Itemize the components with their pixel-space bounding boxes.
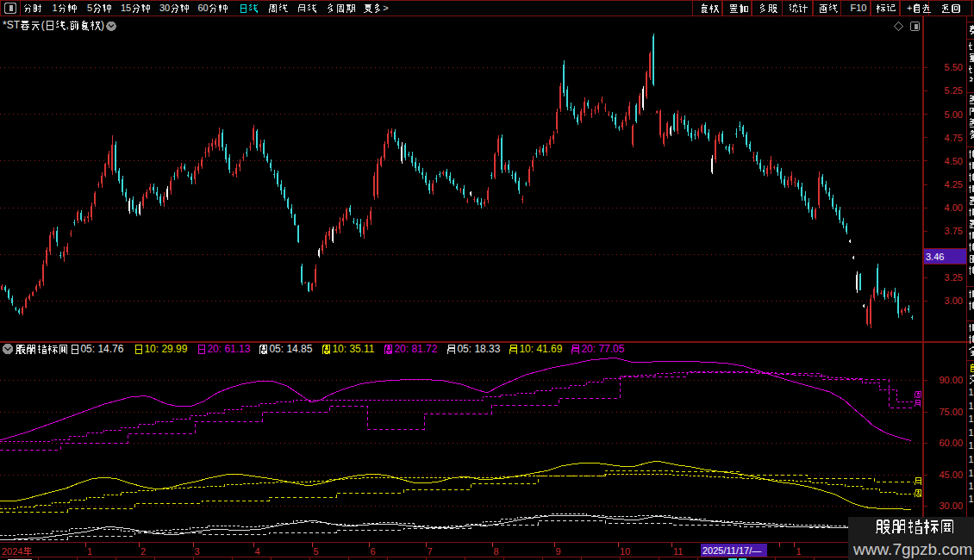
svg-text:4.50: 4.50 (945, 156, 963, 166)
svg-text:5: 5 (314, 546, 319, 557)
svg-text:5.00: 5.00 (945, 109, 963, 120)
svg-text:1: 1 (87, 546, 92, 557)
svg-text:(: ( (41, 19, 45, 31)
svg-text:4.00: 4.00 (945, 202, 963, 213)
svg-text:6: 6 (371, 546, 376, 557)
svg-text:60.00: 60.00 (939, 438, 963, 448)
svg-text:F10: F10 (851, 3, 867, 13)
svg-text:30: 30 (159, 3, 170, 13)
svg-text:1: 1 (53, 3, 58, 13)
svg-text:1: 1 (796, 546, 802, 557)
svg-text:2025/11/17/—: 2025/11/17/— (702, 545, 761, 556)
svg-text:3.75: 3.75 (945, 226, 963, 236)
svg-text:1: 1 (969, 468, 974, 478)
svg-text:3.00: 3.00 (945, 296, 963, 306)
svg-text:05: 14.76: 05: 14.76 (80, 343, 123, 355)
svg-text:90.00: 90.00 (939, 375, 963, 385)
svg-text:20: 81.72: 20: 81.72 (394, 343, 437, 355)
svg-text:+: + (907, 3, 912, 13)
svg-text:3.25: 3.25 (945, 272, 963, 283)
svg-text:05: 14.85: 05: 14.85 (269, 343, 312, 355)
svg-text:2024: 2024 (2, 546, 22, 557)
svg-text:20: 61.13: 20: 61.13 (207, 343, 250, 355)
svg-text:3.46: 3.46 (926, 252, 944, 262)
svg-text:1: 1 (969, 481, 974, 491)
svg-text:10: 29.99: 10: 29.99 (144, 343, 187, 355)
svg-text:5.25: 5.25 (945, 85, 963, 96)
svg-text:4.25: 4.25 (945, 179, 963, 190)
svg-text:1: 1 (969, 440, 974, 451)
svg-text:): ) (101, 19, 104, 31)
svg-text:1: 1 (969, 494, 974, 504)
svg-text:www.7gpzb.com: www.7gpzb.com (852, 540, 972, 558)
svg-text:4: 4 (255, 546, 260, 557)
svg-text:11: 11 (673, 546, 683, 557)
svg-text:1: 1 (969, 401, 974, 411)
svg-text:05: 18.33: 05: 18.33 (457, 343, 500, 355)
svg-text:>: > (383, 3, 388, 13)
svg-text:1: 1 (969, 387, 974, 397)
svg-text:2: 2 (140, 546, 146, 557)
svg-text:10: 35.11: 10: 35.11 (332, 343, 374, 355)
svg-text:20: 77.05: 20: 77.05 (581, 343, 624, 355)
svg-text:4.75: 4.75 (945, 133, 963, 143)
svg-text:7: 7 (428, 546, 433, 557)
svg-text:30.00: 30.00 (939, 501, 963, 511)
svg-text:,: , (66, 19, 69, 31)
svg-text:9: 9 (556, 546, 561, 557)
svg-text:1: 1 (969, 414, 974, 424)
svg-text:10: 41.69: 10: 41.69 (519, 343, 562, 355)
svg-text:1: 1 (969, 454, 974, 464)
svg-text:3: 3 (195, 546, 200, 557)
svg-text:60: 60 (198, 3, 209, 13)
svg-text:8: 8 (494, 546, 499, 557)
svg-text:5.50: 5.50 (945, 62, 963, 72)
svg-text:*ST: *ST (3, 19, 21, 31)
svg-text:5: 5 (87, 3, 92, 13)
svg-text:15: 15 (121, 3, 131, 13)
svg-text:75.00: 75.00 (939, 407, 963, 417)
svg-text:10: 10 (620, 546, 630, 557)
svg-text:45.00: 45.00 (939, 470, 963, 480)
svg-text:1: 1 (969, 427, 974, 438)
